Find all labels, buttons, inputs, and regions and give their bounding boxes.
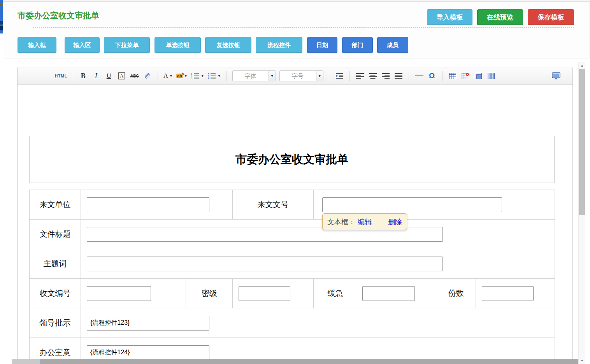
component-button-date[interactable]: 日期 <box>307 37 337 53</box>
align-justify-icon <box>395 73 402 79</box>
component-button-radio[interactable]: 单选按钮 <box>155 37 201 53</box>
label-secrecy-level: 密级 <box>186 279 233 308</box>
label-subject-words: 主题词 <box>30 249 81 279</box>
table-row: 文件标题 <box>30 220 555 249</box>
component-button-input-box[interactable]: 输入框 <box>18 37 56 53</box>
scroll-up-arrow-icon[interactable]: ▲ <box>579 62 585 69</box>
component-button-flow-control[interactable]: 流程控件 <box>256 37 302 53</box>
component-button-department[interactable]: 部门 <box>342 37 373 53</box>
align-justify-button[interactable] <box>394 70 403 81</box>
align-right-icon <box>382 73 390 79</box>
page-title: 市委办公室收文审批单 <box>18 10 99 21</box>
subject-words-input[interactable] <box>87 257 443 271</box>
secrecy-level-input[interactable] <box>239 286 290 301</box>
horizontal-rule-button[interactable] <box>414 70 424 81</box>
label-copies-count: 份数 <box>436 279 476 308</box>
pencil-icon: ✎ <box>181 72 184 76</box>
urgency-input[interactable] <box>362 286 415 301</box>
tooltip-label: 文本框： <box>327 217 355 227</box>
toolbar-separator <box>349 71 350 81</box>
table-properties-button[interactable] <box>486 70 496 81</box>
highlight-color-button[interactable]: ab✎ ▼ <box>176 70 188 81</box>
align-center-button[interactable] <box>368 70 378 81</box>
toolbar-separator <box>73 71 73 81</box>
remove-format-button[interactable] <box>143 70 152 81</box>
strikethrough-button[interactable]: ABC <box>130 70 139 81</box>
font-color-a-icon: A <box>163 72 168 80</box>
vertical-scrollbar[interactable]: ▲ ▼ <box>578 62 585 364</box>
label-receipt-number: 收文编号 <box>30 279 81 308</box>
editor-document-area[interactable]: 市委办公室收文审批单 来文单位 来文文号 文件标题 主题词 收文 <box>18 85 572 364</box>
label-document-title: 文件标题 <box>30 220 81 249</box>
ordered-list-button[interactable]: 1 2 3 ▼ <box>191 70 204 81</box>
edit-link[interactable]: 编辑 <box>358 217 372 227</box>
scroll-down-arrow-icon[interactable]: ▼ <box>579 357 585 364</box>
align-left-icon <box>356 73 364 79</box>
align-right-button[interactable] <box>381 70 390 81</box>
delete-link[interactable]: 删除 <box>388 217 402 227</box>
stripe-mark <box>0 26 3 30</box>
toolbar-separator <box>409 71 409 81</box>
import-template-button[interactable]: 导入模板 <box>427 9 472 25</box>
chevron-down-icon: ▼ <box>169 74 173 78</box>
special-char-button[interactable]: Ω <box>427 70 437 81</box>
editor-toolbar: HTML B I U A ABC A ▼ ab✎ ▼ 1 2 <box>18 67 572 85</box>
incoming-unit-input[interactable] <box>87 197 209 212</box>
receipt-number-input[interactable] <box>87 286 151 301</box>
scrollbar-thumb[interactable] <box>579 69 585 215</box>
label-leader-instructions: 领导批示 <box>30 308 81 338</box>
indent-icon <box>335 73 343 79</box>
form-table: 来文单位 来文文号 文件标题 主题词 收文编号 密级 缓急 份数 <box>29 190 555 364</box>
delete-table-icon <box>462 73 469 79</box>
label-incoming-doc-number: 来文文号 <box>233 190 314 220</box>
save-template-button[interactable]: 保存模板 <box>528 9 574 25</box>
stripe-mark <box>0 3 3 5</box>
table-row: 领导批示 <box>30 308 555 338</box>
fullscreen-button[interactable] <box>551 70 561 81</box>
component-button-input-area[interactable]: 输入区 <box>65 37 100 53</box>
html-source-button[interactable]: HTML <box>55 70 67 81</box>
textbox-action-tooltip: 文本框： 编辑 删除 <box>322 213 407 230</box>
text-style-button[interactable]: A <box>117 70 126 81</box>
bottom-edge-bar <box>12 359 578 364</box>
component-button-dropdown-menu[interactable]: 下拉菜单 <box>104 37 150 53</box>
bold-button[interactable]: B <box>79 70 88 81</box>
header-panel: 市委办公室收文审批单 导入模板 在线预览 保存模板 输入框 输入区 下拉菜单 单… <box>3 1 590 58</box>
incoming-doc-number-input[interactable] <box>322 197 502 212</box>
align-center-icon <box>369 73 377 79</box>
font-size-placeholder: 字号 <box>280 71 316 81</box>
table-row: 来文单位 来文文号 <box>30 190 555 220</box>
horizontal-rule-icon <box>415 76 423 76</box>
label-urgency: 缓急 <box>314 279 357 308</box>
toolbar-separator <box>227 71 227 81</box>
cell-properties-button[interactable] <box>474 70 483 81</box>
font-size-select[interactable]: 字号 ▼ <box>279 70 323 81</box>
toolbar-separator <box>442 71 442 81</box>
label-incoming-unit: 来文单位 <box>30 190 81 220</box>
delete-table-button[interactable] <box>461 70 470 81</box>
chevron-down-icon[interactable]: ▼ <box>269 71 276 81</box>
component-button-member[interactable]: 成员 <box>377 37 408 53</box>
underline-button[interactable]: U <box>104 70 114 81</box>
highlight-ab-icon: ab✎ <box>176 74 183 78</box>
chevron-down-icon[interactable]: ▼ <box>316 71 323 81</box>
font-family-select[interactable]: 字体 ▼ <box>232 70 276 81</box>
boxed-a-icon: A <box>118 72 125 79</box>
italic-button[interactable]: I <box>91 70 101 81</box>
online-preview-button[interactable]: 在线预览 <box>477 9 523 25</box>
indent-button[interactable] <box>335 70 344 81</box>
monitor-icon <box>552 72 560 79</box>
toolbar-separator <box>329 71 329 81</box>
leader-instructions-flow-input[interactable] <box>87 316 209 331</box>
align-left-button[interactable] <box>355 70 365 81</box>
copies-count-input[interactable] <box>482 286 534 301</box>
stripe-mark <box>0 21 3 25</box>
rich-text-editor: HTML B I U A ABC A ▼ ab✎ ▼ 1 2 <box>17 67 573 364</box>
chevron-down-icon: ▼ <box>201 74 204 78</box>
insert-table-button[interactable] <box>448 70 457 81</box>
unordered-list-button[interactable]: ▼ <box>208 70 221 81</box>
component-button-checkbox[interactable]: 复选按钮 <box>205 37 251 53</box>
font-color-button[interactable]: A ▼ <box>163 70 173 81</box>
office-opinion-flow-input[interactable] <box>87 345 209 360</box>
cell-properties-icon <box>475 73 482 79</box>
